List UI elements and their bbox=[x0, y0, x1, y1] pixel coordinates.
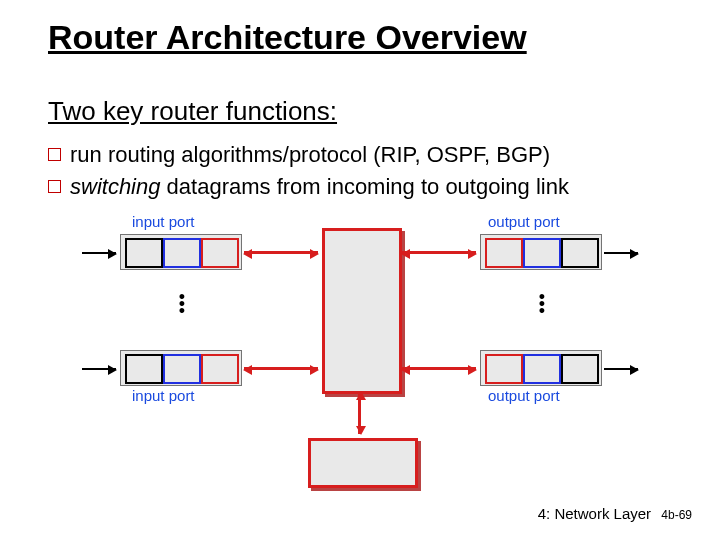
footer-page: 4b-69 bbox=[661, 508, 692, 522]
slide-footer: 4: Network Layer 4b-69 bbox=[538, 505, 692, 522]
bullet-list: run routing algorithms/protocol (RIP, OS… bbox=[48, 140, 569, 203]
port-lookup-layer-icon bbox=[485, 238, 523, 268]
port-link-layer-icon bbox=[523, 354, 561, 384]
switching-fabric-box bbox=[322, 228, 402, 394]
port-physical-layer-icon bbox=[561, 354, 599, 384]
port-lookup-layer-icon bbox=[485, 354, 523, 384]
slide-subtitle: Two key router functions: bbox=[48, 96, 337, 127]
bullet-text-emph: switching bbox=[70, 174, 160, 199]
port-link-layer-icon bbox=[163, 238, 201, 268]
bullet-marker-icon bbox=[48, 180, 61, 193]
arrow-in-icon bbox=[82, 368, 116, 370]
bullet-marker-icon bbox=[48, 148, 61, 161]
double-arrow-icon bbox=[402, 367, 476, 370]
bullet-text: datagrams from incoming to outgoing link bbox=[160, 174, 568, 199]
routing-processor-box bbox=[308, 438, 418, 488]
bullet-item: switching datagrams from incoming to out… bbox=[48, 172, 569, 202]
port-link-layer-icon bbox=[163, 354, 201, 384]
output-port-label: output port bbox=[488, 214, 560, 230]
router-architecture-diagram: input port input port output port output… bbox=[90, 220, 630, 490]
port-link-layer-icon bbox=[523, 238, 561, 268]
arrow-out-icon bbox=[604, 252, 638, 254]
input-port-box bbox=[120, 350, 242, 386]
port-physical-layer-icon bbox=[561, 238, 599, 268]
ellipsis-icon: ••• bbox=[174, 294, 190, 315]
port-lookup-layer-icon bbox=[201, 354, 239, 384]
output-port-box bbox=[480, 350, 602, 386]
port-physical-layer-icon bbox=[125, 238, 163, 268]
footer-chapter: 4: Network Layer bbox=[538, 505, 651, 522]
arrow-in-icon bbox=[82, 252, 116, 254]
slide-title: Router Architecture Overview bbox=[48, 18, 527, 57]
port-physical-layer-icon bbox=[125, 354, 163, 384]
output-port-box bbox=[480, 234, 602, 270]
output-port-label: output port bbox=[488, 388, 560, 404]
input-port-box bbox=[120, 234, 242, 270]
ellipsis-icon: ••• bbox=[534, 294, 550, 315]
double-arrow-icon bbox=[244, 367, 318, 370]
input-port-label: input port bbox=[132, 214, 195, 230]
double-arrow-vertical-icon bbox=[358, 392, 361, 434]
bullet-item: run routing algorithms/protocol (RIP, OS… bbox=[48, 140, 569, 170]
double-arrow-icon bbox=[244, 251, 318, 254]
double-arrow-icon bbox=[402, 251, 476, 254]
input-port-label: input port bbox=[132, 388, 195, 404]
arrow-out-icon bbox=[604, 368, 638, 370]
port-lookup-layer-icon bbox=[201, 238, 239, 268]
bullet-text: run routing algorithms/protocol (RIP, OS… bbox=[70, 142, 550, 167]
